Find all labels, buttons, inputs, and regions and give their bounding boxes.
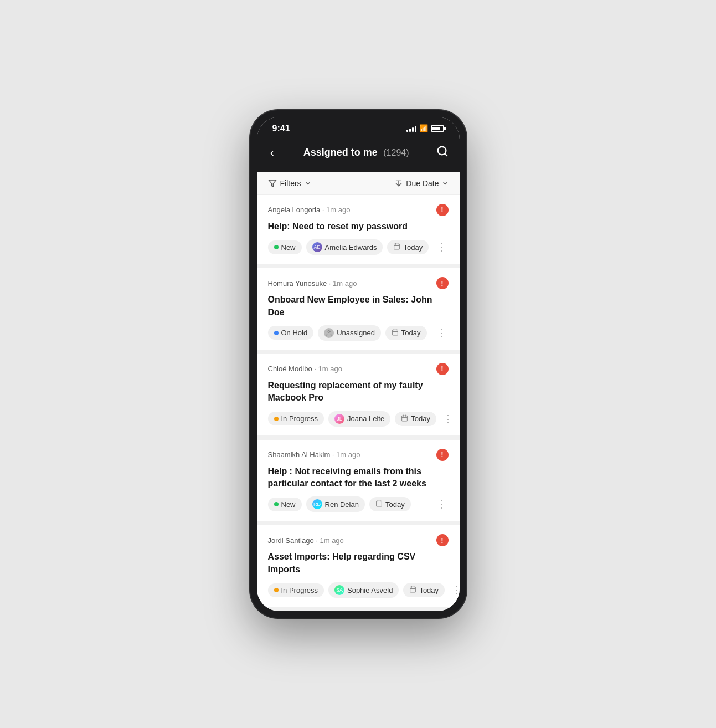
- sort-button[interactable]: Due Date: [394, 179, 448, 188]
- due-date-label: Today: [401, 329, 421, 337]
- assignee-avatar: JL: [334, 414, 344, 424]
- status-tag[interactable]: In Progress: [268, 412, 324, 425]
- due-date-tag[interactable]: Today: [395, 412, 436, 426]
- due-date-tag[interactable]: Today: [387, 240, 429, 254]
- status-tag[interactable]: New: [268, 498, 302, 511]
- status-label: On Hold: [281, 329, 308, 337]
- ticket-tags: In Progress SA Sophie Asveld Today ⋮: [268, 582, 449, 598]
- ticket-tags: New RD Ren Delan Today ⋮: [268, 496, 449, 512]
- ticket-card[interactable]: Angela Longoria · 1m ago ! Help: Need to…: [257, 195, 460, 268]
- status-label: In Progress: [281, 414, 318, 423]
- due-date-tag[interactable]: Today: [403, 583, 445, 597]
- more-options-button[interactable]: ⋮: [434, 240, 449, 254]
- ticket-meta: Shaamikh Al Hakim · 1m ago !: [268, 449, 449, 461]
- status-dot: [274, 502, 279, 506]
- assignee-avatar: RD: [312, 499, 322, 509]
- svg-rect-5: [394, 244, 400, 249]
- header-title-group: Assigned to me (1294): [303, 147, 409, 158]
- status-dot: [274, 588, 279, 592]
- status-tag[interactable]: New: [268, 240, 302, 254]
- ticket-meta: Chloé Modibo · 1m ago !: [268, 363, 449, 375]
- ticket-title: Help: Need to reset my password: [268, 221, 449, 233]
- assignee-avatar: AE: [312, 242, 322, 252]
- more-options-button[interactable]: ⋮: [449, 583, 459, 597]
- svg-line-1: [445, 153, 447, 156]
- ticket-card[interactable]: Shaamikh Al Hakim · 1m ago ! Help : Not …: [257, 440, 460, 526]
- more-options-button[interactable]: ⋮: [434, 497, 449, 511]
- filters-button[interactable]: Filters: [268, 179, 311, 188]
- calendar-icon: [409, 586, 416, 594]
- status-label: In Progress: [281, 586, 318, 594]
- svg-point-9: [328, 330, 330, 332]
- phone-frame: 9:41 📶 ‹ Assigned to me (1294): [250, 110, 466, 618]
- assignee-tag[interactable]: RD Ren Delan: [306, 496, 365, 512]
- assignee-name: Ren Delan: [325, 500, 359, 509]
- status-time: 9:41: [272, 124, 290, 134]
- urgent-icon: !: [436, 534, 449, 546]
- assignee-avatar: [324, 328, 334, 338]
- calendar-icon: [401, 414, 408, 423]
- header: ‹ Assigned to me (1294): [257, 138, 460, 172]
- due-date-tag[interactable]: Today: [369, 497, 411, 511]
- assignee-name: Amelia Edwards: [325, 243, 377, 252]
- assignee-name: Sophie Asveld: [347, 586, 393, 594]
- status-icons: 📶: [406, 124, 444, 132]
- due-date-label: Today: [411, 414, 430, 423]
- phone-screen: 9:41 📶 ‹ Assigned to me (1294): [257, 117, 460, 612]
- ticket-count: (1294): [383, 148, 409, 157]
- urgent-icon: !: [436, 277, 449, 289]
- back-button[interactable]: ‹: [268, 143, 276, 162]
- status-tag[interactable]: On Hold: [268, 326, 314, 340]
- ticket-card[interactable]: Chloé Modibo · 1m ago ! Requesting repla…: [257, 354, 460, 440]
- filters-label: Filters: [280, 179, 301, 188]
- search-button[interactable]: [436, 145, 449, 161]
- ticket-card[interactable]: Homura Yunosuke · 1m ago ! Onboard New E…: [257, 268, 460, 354]
- ticket-author: Shaamikh Al Hakim · 1m ago: [268, 450, 360, 459]
- assignee-name: Unassigned: [337, 329, 375, 337]
- svg-rect-22: [410, 587, 416, 592]
- more-options-button[interactable]: ⋮: [441, 412, 455, 426]
- ticket-list: Angela Longoria · 1m ago ! Help: Need to…: [257, 195, 460, 612]
- assignee-name: Joana Leite: [347, 414, 384, 423]
- ticket-meta: Jordi Santiago · 1m ago !: [268, 534, 449, 546]
- more-options-button[interactable]: ⋮: [434, 326, 449, 340]
- svg-rect-18: [377, 501, 382, 507]
- wifi-icon: 📶: [419, 124, 428, 132]
- filter-bar: Filters Due Date: [257, 172, 460, 195]
- ticket-meta: Homura Yunosuke · 1m ago !: [268, 277, 449, 289]
- ticket-author: Jordi Santiago · 1m ago: [268, 536, 344, 545]
- calendar-icon: [375, 500, 383, 509]
- assignee-tag[interactable]: AE Amelia Edwards: [306, 239, 383, 255]
- ticket-title: Help : Not receiving emails from this pa…: [268, 465, 449, 490]
- assignee-avatar: SA: [334, 585, 344, 595]
- ticket-card[interactable]: Jordi Santiago · 1m ago ! Asset Imports:…: [257, 525, 460, 611]
- svg-marker-2: [269, 180, 276, 187]
- due-date-label: Today: [385, 500, 405, 509]
- sort-label: Due Date: [406, 179, 439, 188]
- due-date-tag[interactable]: Today: [385, 326, 427, 340]
- calendar-icon: [392, 329, 399, 337]
- ticket-title: Asset Imports: Help regarding CSV Import…: [268, 551, 449, 576]
- urgent-icon: !: [436, 449, 449, 461]
- battery-icon: [431, 125, 444, 132]
- calendar-icon: [393, 243, 400, 252]
- due-date-label: Today: [419, 586, 439, 594]
- status-dot: [274, 417, 279, 421]
- ticket-author: Homura Yunosuke · 1m ago: [268, 279, 357, 288]
- status-dot: [274, 245, 279, 249]
- urgent-icon: !: [436, 363, 449, 375]
- ticket-tags: New AE Amelia Edwards Today ⋮: [268, 239, 449, 255]
- due-date-label: Today: [403, 243, 423, 252]
- status-label: New: [281, 500, 296, 509]
- ticket-meta: Angela Longoria · 1m ago !: [268, 204, 449, 216]
- assignee-tag[interactable]: SA Sophie Asveld: [328, 582, 399, 598]
- status-tag[interactable]: In Progress: [268, 583, 324, 597]
- assignee-tag[interactable]: JL Joana Leite: [328, 411, 390, 427]
- assignee-tag[interactable]: Unassigned: [318, 325, 381, 341]
- ticket-tags: On Hold Unassigned Today ⋮: [268, 325, 449, 341]
- urgent-icon: !: [436, 204, 449, 216]
- ticket-title: Onboard New Employee in Sales: John Doe: [268, 294, 449, 319]
- ticket-title: Requesting replacement of my faulty Macb…: [268, 380, 449, 404]
- ticket-author: Angela Longoria · 1m ago: [268, 206, 351, 214]
- ticket-author: Chloé Modibo · 1m ago: [268, 365, 342, 373]
